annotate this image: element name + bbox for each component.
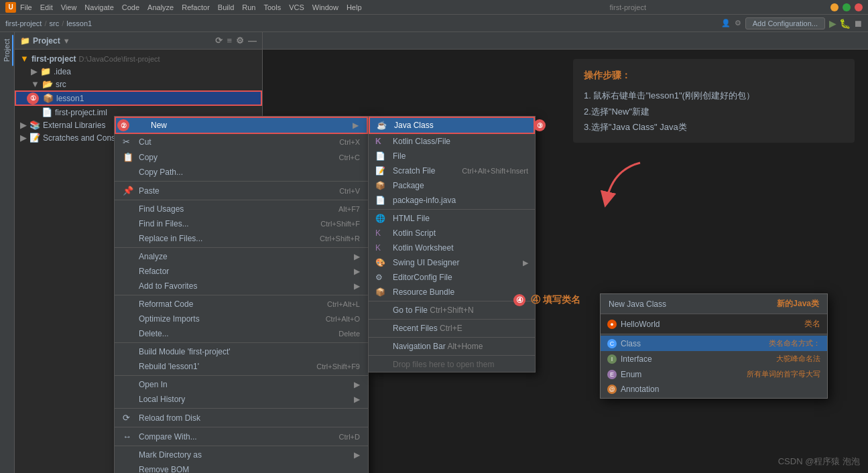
menu-view[interactable]: View <box>61 3 77 11</box>
menu-optimize-label: Optimize Imports <box>139 314 200 324</box>
menu-item-localhistory[interactable]: Local History ▶ <box>115 392 368 407</box>
menu-item-rebuild[interactable]: Rebuild 'lesson1' Ctrl+Shift+F9 <box>115 359 368 374</box>
menu-findusages-label: Find Usages <box>139 204 184 214</box>
submenu-item-resourcebundle[interactable]: 📦 Resource Bundle <box>369 285 535 299</box>
folder-icon: ▼ <box>20 54 29 64</box>
settings-icon[interactable]: ⚙ <box>735 19 741 27</box>
submenu-item-packageinfo[interactable]: 📄 package-info.java <box>369 193 535 208</box>
menu-sep-1 <box>115 181 368 182</box>
gear-icon[interactable]: ⚙ <box>236 36 244 46</box>
submenu-swingui-label: Swing UI Designer <box>393 258 459 267</box>
menu-item-cut[interactable]: ✂ Cut Ctrl+X <box>115 134 368 149</box>
submenu-item-scratchfile[interactable]: 📝 Scratch File Ctrl+Alt+Shift+Insert <box>369 163 535 178</box>
menu-item-paste[interactable]: 📌 Paste Ctrl+V <box>115 183 368 198</box>
step4-container: ④ ④ 填写类名 <box>513 294 580 306</box>
submenu-item-navbar[interactable]: Navigation Bar Alt+Home <box>369 339 535 354</box>
add-configuration-button[interactable]: Add Configuration... <box>745 17 825 29</box>
breadcrumb-src[interactable]: src <box>49 19 59 27</box>
menu-item-refactor[interactable]: Refactor ▶ <box>115 264 368 279</box>
instruction-step-2: 2.选择"New"新建 <box>584 104 844 119</box>
breadcrumb-sep2: / <box>62 19 64 27</box>
menu-item-new[interactable]: ② New ▶ <box>115 117 368 134</box>
run-button[interactable]: ▶ <box>829 18 836 29</box>
dialog-item-enum[interactable]: E Enum 所有单词的首字母大写 <box>601 366 827 382</box>
menu-item-findusages[interactable]: Find Usages Alt+F7 <box>115 202 368 216</box>
menu-item-markdir[interactable]: Mark Directory as ▶ <box>115 448 368 462</box>
tree-item-lesson1[interactable]: ① 📦 lesson1 <box>15 90 262 106</box>
debug-button[interactable]: 🐛 <box>839 18 851 29</box>
tree-item-src[interactable]: ▼ 📂 src <box>15 78 262 90</box>
submenu-item-recentfiles[interactable]: Recent Files Ctrl+E <box>369 321 535 336</box>
menu-bar[interactable]: File Edit View Navigate Code Analyze Ref… <box>20 3 426 11</box>
submenu-item-editorconfig[interactable]: ⚙ EditorConfig File <box>369 270 535 285</box>
menu-navigate[interactable]: Navigate <box>84 3 113 11</box>
menu-item-replaceinfiles[interactable]: Replace in Files... Ctrl+Shift+R <box>115 231 368 246</box>
breadcrumb-project[interactable]: first-project <box>5 19 42 27</box>
menu-item-analyze[interactable]: Analyze ▶ <box>115 249 368 264</box>
menu-copy-label: Copy <box>139 153 158 162</box>
menu-item-reformat[interactable]: Reformat Code Ctrl+Alt+L <box>115 297 368 312</box>
interface-type-icon: I <box>607 354 617 364</box>
dialog-list: C Class 类名命名方式： I Interface 大驼峰命名法 E Enu… <box>601 334 827 398</box>
menu-sep-7 <box>115 408 368 409</box>
menu-window[interactable]: Window <box>312 3 338 11</box>
menu-refactor[interactable]: Refactor <box>182 3 210 11</box>
copy-shortcut: Ctrl+C <box>326 153 360 161</box>
project-header-arrow[interactable]: ▼ <box>63 37 70 45</box>
menu-item-removebom[interactable]: Remove BOM <box>115 462 368 473</box>
submenu-item-package[interactable]: 📦 Package <box>369 178 535 193</box>
cut-icon: ✂ <box>123 137 135 147</box>
maximize-btn[interactable] <box>843 3 851 11</box>
dialog-item-interface[interactable]: I Interface 大驼峰命名法 <box>601 351 827 366</box>
menu-item-copy[interactable]: 📋 Copy Ctrl+C <box>115 149 368 165</box>
breadcrumb-lesson[interactable]: lesson1 <box>66 19 92 27</box>
submenu-item-kotlinworksheet[interactable]: K Kotlin Worksheet <box>369 241 535 255</box>
menu-help[interactable]: Help <box>347 3 362 11</box>
submenu-item-kotlinclass[interactable]: K Kotlin Class/File <box>369 134 535 149</box>
menu-file[interactable]: File <box>20 3 32 11</box>
submenu-item-file[interactable]: 📄 File <box>369 149 535 163</box>
favorites-arrow-icon: ▶ <box>354 281 360 291</box>
tree-item-root[interactable]: ▼ first-project D:\JavaCode\first-projec… <box>15 52 262 65</box>
hide-icon[interactable]: — <box>248 36 257 46</box>
sync-icon[interactable]: ⟳ <box>215 36 223 46</box>
submenu-item-swingui[interactable]: 🎨 Swing UI Designer ▶ <box>369 255 535 270</box>
submenu-item-javaclass[interactable]: ③ ☕ Java Class <box>369 117 535 134</box>
dialog-item-class[interactable]: C Class 类名命名方式： <box>601 336 827 351</box>
submenu-item-gotofile[interactable]: Go to File Ctrl+Shift+N <box>369 303 535 318</box>
submenu-item-kotlinscript[interactable]: K Kotlin Script <box>369 226 535 241</box>
menu-removebom-label: Remove BOM <box>139 465 189 473</box>
menu-item-comparewith[interactable]: ↔ Compare With... Ctrl+D <box>115 429 368 444</box>
close-btn[interactable] <box>855 3 863 11</box>
menu-item-findinfiles[interactable]: Find in Files... Ctrl+Shift+F <box>115 216 368 231</box>
stop-button[interactable]: ⏹ <box>853 18 863 29</box>
dialog-input-icon: ● <box>607 320 617 329</box>
annotation-item-label: Annotation <box>621 385 820 394</box>
tree-item-idea[interactable]: ▶ 📁 .idea <box>15 65 262 78</box>
menu-item-delete[interactable]: Delete... Delete <box>115 326 368 341</box>
submenu-html-label: HTML File <box>393 214 430 223</box>
menu-item-copypath[interactable]: Copy Path... <box>115 165 368 180</box>
minimize-btn[interactable] <box>830 3 839 11</box>
window-controls[interactable] <box>830 3 863 11</box>
submenu-resourcebundle-label: Resource Bundle <box>393 287 454 297</box>
collapse-icon[interactable]: ≡ <box>227 36 232 46</box>
menu-code[interactable]: Code <box>122 3 139 11</box>
menu-item-favorites[interactable]: Add to Favorites ▶ <box>115 279 368 293</box>
submenu-item-html[interactable]: 🌐 HTML File <box>369 211 535 226</box>
menu-analyze[interactable]: Analyze <box>147 3 174 11</box>
menu-build[interactable]: Build <box>218 3 234 11</box>
profile-icon[interactable]: 👤 <box>721 19 731 27</box>
menu-vcs[interactable]: VCS <box>289 3 304 11</box>
menu-run[interactable]: Run <box>242 3 255 11</box>
dialog-item-annotation[interactable]: @ Annotation <box>601 382 827 397</box>
classname-input[interactable] <box>621 320 800 329</box>
menu-item-optimize[interactable]: Optimize Imports Ctrl+Alt+O <box>115 312 368 326</box>
project-tab[interactable]: Project <box>1 35 13 66</box>
tree-lesson1-label: lesson1 <box>56 94 84 103</box>
menu-edit[interactable]: Edit <box>40 3 53 11</box>
menu-item-reload[interactable]: ⟳ Reload from Disk <box>115 410 368 425</box>
menu-tools[interactable]: Tools <box>263 3 281 11</box>
menu-item-buildmodule[interactable]: Build Module 'first-project' <box>115 344 368 359</box>
menu-item-openin[interactable]: Open In ▶ <box>115 377 368 392</box>
